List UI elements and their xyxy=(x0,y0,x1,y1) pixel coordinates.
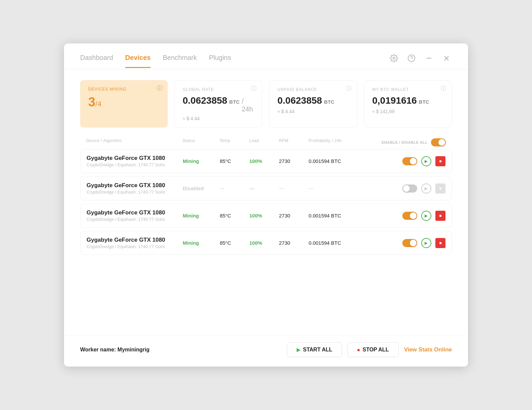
device-temp: 85°C xyxy=(220,213,250,218)
unpaid-balance-card: ⓘ UNPAID BALANCE 0.0623858 BTC ≈ $ 4.44 xyxy=(269,80,357,128)
btc-wallet-card: ⓘ MY BTC WALLET 0,0191616 BTC ≈ $ 141,69 xyxy=(364,80,452,128)
global-rate-card: ⓘ GLOBAL RATE 0.0623858 BTC / 24h ≈ $ 4.… xyxy=(174,80,263,128)
worker-name-label: Worker name: Myminingrig xyxy=(80,347,149,353)
device-controls: ▶ ■ xyxy=(364,211,445,221)
device-name: Gygabyte GeForce GTX 1080 xyxy=(87,182,183,189)
device-rpm: 2730 xyxy=(279,240,308,246)
enable-all-toggle[interactable] xyxy=(431,138,446,146)
enable-all-toggle-knob xyxy=(438,139,445,146)
device-name: Gygabyte GeForce GTX 1080 xyxy=(87,155,183,162)
device-toggle[interactable] xyxy=(402,212,417,220)
table-row: Gygabyte GeForce GTX 1080 CryptoDredge /… xyxy=(80,176,452,200)
device-profit: 0.001594 BTC xyxy=(308,158,364,164)
settings-icon[interactable] xyxy=(389,53,399,64)
device-status: Mining xyxy=(183,213,220,218)
btc-wallet-sub: ≈ $ 141,69 xyxy=(372,109,444,114)
app-window: Dashboard Devices Benchmark Plugins xyxy=(64,43,468,367)
device-info: Gygabyte GeForce GTX 1080 CryptoDredge /… xyxy=(87,209,183,222)
device-toggle[interactable] xyxy=(402,157,417,165)
device-stop-button[interactable]: ■ xyxy=(435,211,445,221)
col-load: Load xyxy=(249,138,279,146)
devices-mining-info-icon[interactable]: ⓘ xyxy=(157,85,162,92)
col-enable-all: ENABLE / DISABLE ALL xyxy=(364,138,446,146)
unpaid-balance-sub: ≈ $ 4.44 xyxy=(277,109,349,114)
device-rpm: --- xyxy=(279,185,308,191)
start-all-play-icon: ▶ xyxy=(297,347,300,352)
device-stop-button[interactable]: ■ xyxy=(435,238,445,248)
device-play-button[interactable]: ▶ xyxy=(421,183,431,194)
device-temp: --- xyxy=(220,185,250,191)
devices-mining-value: 3/4 xyxy=(88,95,160,109)
device-algo: CryptoDredge / Equihash: 1740.77 Sol/s xyxy=(87,244,183,249)
device-info: Gygabyte GeForce GTX 1080 CryptoDredge /… xyxy=(87,182,183,195)
device-rpm: 2730 xyxy=(279,158,308,164)
tab-devices[interactable]: Devices xyxy=(125,54,151,68)
device-stop-button[interactable]: ■ xyxy=(435,156,445,166)
table-row: Gygabyte GeForce GTX 1080 CryptoDredge /… xyxy=(80,149,452,173)
device-controls: ▶ ■ xyxy=(364,156,445,166)
unpaid-balance-value: 0.0623858 BTC xyxy=(277,95,349,106)
col-rpm: RPM xyxy=(279,138,309,146)
view-stats-button[interactable]: View Stats Online xyxy=(404,346,452,353)
device-info: Gygabyte GeForce GTX 1080 CryptoDredge /… xyxy=(87,155,183,167)
device-algo: CryptoDredge / Equihash: 1740.77 Sol/s xyxy=(87,190,183,195)
device-algo: CryptoDredge / Equihash: 1740.77 Sol/s xyxy=(87,217,183,222)
nav-icons xyxy=(389,53,452,69)
tab-dashboard[interactable]: Dashboard xyxy=(80,54,113,68)
global-rate-sub: ≈ $ 4.44 xyxy=(183,116,254,121)
stats-row: ⓘ DEVICES MINING 3/4 ⓘ GLOBAL RATE 0.062… xyxy=(80,80,452,128)
main-content: ⓘ DEVICES MINING 3/4 ⓘ GLOBAL RATE 0.062… xyxy=(64,69,468,335)
device-status: Mining xyxy=(183,158,220,164)
device-load: 100% xyxy=(250,240,279,246)
tab-benchmark[interactable]: Benchmark xyxy=(163,54,197,68)
device-info: Gygabyte GeForce GTX 1080 CryptoDredge /… xyxy=(87,237,183,249)
col-profit: Profitability / 24h xyxy=(309,138,364,146)
device-profit: 0.001594 BTC xyxy=(308,213,364,218)
device-toggle-knob xyxy=(410,158,417,165)
device-rpm: 2730 xyxy=(279,213,308,218)
nav-tabs: Dashboard Devices Benchmark Plugins xyxy=(80,54,231,68)
col-device: Device / Algorithm xyxy=(86,138,182,146)
btc-wallet-info-icon[interactable]: ⓘ xyxy=(441,85,446,92)
device-stop-button[interactable]: ■ xyxy=(435,183,445,194)
device-toggle-knob xyxy=(403,185,410,192)
device-toggle[interactable] xyxy=(402,184,417,193)
help-icon[interactable] xyxy=(406,53,417,64)
global-rate-info-icon[interactable]: ⓘ xyxy=(251,85,257,92)
col-status: Status xyxy=(182,138,220,146)
footer: Worker name: Myminingrig ▶ START ALL ■ S… xyxy=(64,335,468,367)
device-algo: CryptoDredge / Equihash: 1740.77 Sol/s xyxy=(87,162,183,167)
device-play-button[interactable]: ▶ xyxy=(421,156,431,166)
table-row: Gygabyte GeForce GTX 1080 CryptoDredge /… xyxy=(80,204,452,228)
device-temp: 85°C xyxy=(220,240,250,246)
btc-wallet-label: MY BTC WALLET xyxy=(372,87,444,92)
device-controls: ▶ ■ xyxy=(364,183,445,194)
device-load: 100% xyxy=(250,213,279,218)
stop-all-button[interactable]: ■ STOP ALL xyxy=(347,342,399,357)
device-name: Gygabyte GeForce GTX 1080 xyxy=(87,237,183,243)
minimize-icon[interactable] xyxy=(424,53,434,64)
device-status: Mining xyxy=(183,240,220,246)
device-play-button[interactable]: ▶ xyxy=(421,238,431,248)
device-controls: ▶ ■ xyxy=(364,238,445,248)
table-row: Gygabyte GeForce GTX 1080 CryptoDredge /… xyxy=(80,231,452,255)
device-load: 100% xyxy=(250,158,279,164)
start-all-button[interactable]: ▶ START ALL xyxy=(287,342,342,357)
footer-buttons: ▶ START ALL ■ STOP ALL View Stats Online xyxy=(287,342,452,357)
devices-mining-label: DEVICES MINING xyxy=(88,87,160,92)
device-temp: 85°C xyxy=(220,158,250,164)
col-temp: Temp xyxy=(220,138,249,146)
unpaid-balance-info-icon[interactable]: ⓘ xyxy=(346,85,352,92)
device-toggle-knob xyxy=(410,212,417,219)
global-rate-value: 0.0623858 BTC / 24h xyxy=(183,95,254,113)
close-icon[interactable] xyxy=(441,53,452,64)
stop-all-stop-icon: ■ xyxy=(357,347,360,352)
device-play-button[interactable]: ▶ xyxy=(421,211,431,221)
device-toggle[interactable] xyxy=(402,239,417,247)
device-profit: 0.001594 BTC xyxy=(308,240,364,246)
tab-plugins[interactable]: Plugins xyxy=(209,54,231,68)
device-profit: --- xyxy=(308,185,364,191)
svg-point-0 xyxy=(393,57,395,59)
unpaid-balance-label: UNPAID BALANCE xyxy=(277,87,349,92)
device-status: Disabled xyxy=(183,185,220,191)
